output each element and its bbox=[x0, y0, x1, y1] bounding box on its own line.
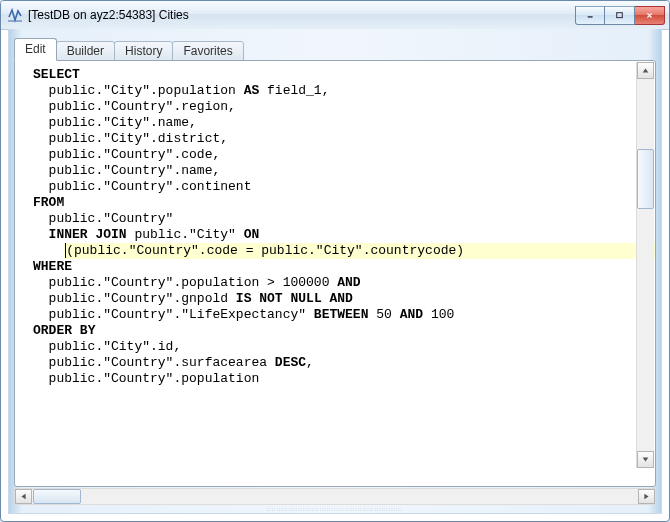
chevron-up-icon bbox=[642, 67, 649, 74]
maximize-button[interactable] bbox=[605, 6, 635, 25]
tabstrip: Edit Builder History Favorites bbox=[9, 29, 661, 60]
svg-marker-6 bbox=[643, 457, 649, 461]
scroll-right-button[interactable] bbox=[638, 489, 655, 504]
horizontal-scrollbar[interactable] bbox=[14, 488, 656, 505]
code-scroll[interactable]: SELECT public."City".population AS field… bbox=[15, 61, 655, 486]
tab-history[interactable]: History bbox=[114, 41, 173, 62]
chevron-left-icon bbox=[20, 493, 27, 500]
tab-label: Builder bbox=[67, 44, 104, 58]
scroll-track[interactable] bbox=[637, 79, 654, 451]
app-window: [TestDB on ayz2:54383] Cities Edit Build… bbox=[0, 0, 670, 522]
chevron-down-icon bbox=[642, 456, 649, 463]
tab-favorites[interactable]: Favorites bbox=[172, 41, 243, 62]
scroll-left-button[interactable] bbox=[15, 489, 32, 504]
tab-edit[interactable]: Edit bbox=[14, 38, 57, 61]
editor-panel: SELECT public."City".population AS field… bbox=[14, 60, 656, 487]
window-buttons bbox=[575, 6, 665, 25]
client-area: Edit Builder History Favorites SELECT pu… bbox=[8, 29, 662, 514]
scroll-up-button[interactable] bbox=[637, 62, 654, 79]
svg-marker-8 bbox=[644, 494, 648, 500]
vertical-scrollbar[interactable] bbox=[636, 62, 654, 468]
svg-rect-2 bbox=[617, 12, 623, 17]
svg-marker-7 bbox=[21, 494, 25, 500]
tab-label: Favorites bbox=[183, 44, 232, 58]
svg-marker-5 bbox=[643, 68, 649, 72]
resize-grip[interactable]: ::::::::::::::::::::::::::::::::::::::::… bbox=[235, 507, 435, 512]
chevron-right-icon bbox=[643, 493, 650, 500]
maximize-icon bbox=[616, 12, 623, 19]
titlebar[interactable]: [TestDB on ayz2:54383] Cities bbox=[1, 1, 669, 30]
tab-label: Edit bbox=[25, 42, 46, 56]
sql-editor[interactable]: SELECT public."City".population AS field… bbox=[15, 61, 655, 393]
scroll-down-button[interactable] bbox=[637, 451, 654, 468]
tab-builder[interactable]: Builder bbox=[56, 41, 115, 62]
minimize-icon bbox=[587, 12, 594, 19]
close-button[interactable] bbox=[635, 6, 665, 25]
window-title: [TestDB on ayz2:54383] Cities bbox=[28, 8, 575, 22]
close-icon bbox=[646, 12, 653, 19]
hscroll-thumb[interactable] bbox=[33, 489, 81, 504]
svg-rect-1 bbox=[587, 16, 592, 17]
tab-label: History bbox=[125, 44, 162, 58]
scroll-thumb[interactable] bbox=[637, 149, 654, 209]
grip-dots: ::::::::::::::::::::::::::::::::::::::::… bbox=[267, 507, 403, 512]
minimize-button[interactable] bbox=[575, 6, 605, 25]
app-icon bbox=[7, 7, 23, 23]
